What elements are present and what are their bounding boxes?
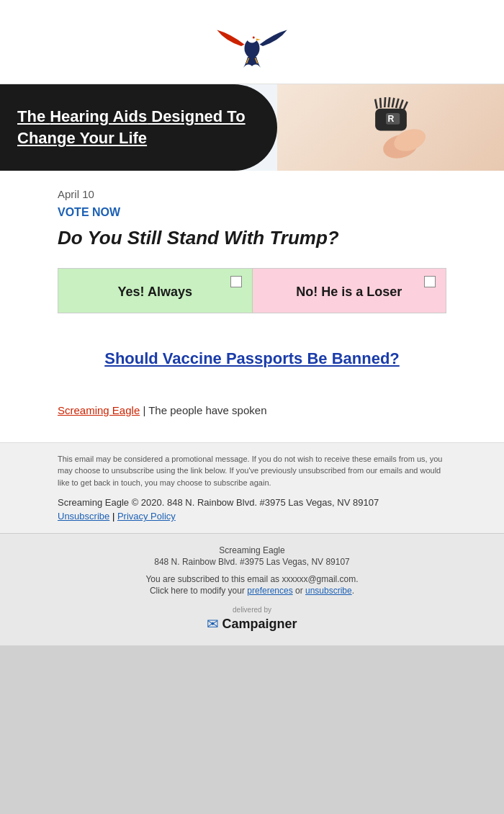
poll-question: Do You Still Stand With Trump? [58, 226, 446, 251]
svg-text:R: R [387, 114, 394, 124]
poll-option-no[interactable]: No! He is a Loser [253, 269, 446, 313]
svg-line-13 [384, 97, 385, 107]
subscribed-text: You are subscribed to this email as xxxx… [145, 574, 358, 584]
bottom-bar-subscribed: You are subscribed to this email as xxxx… [0, 574, 504, 584]
content-area: April 10 VOTE NOW Do You Still Stand Wit… [0, 171, 504, 328]
banner: The Hearing Aids Designed To Change Your… [0, 84, 504, 171]
svg-line-11 [375, 99, 377, 109]
vote-now-label: VOTE NOW [58, 206, 446, 219]
svg-marker-2 [256, 39, 261, 41]
svg-line-14 [388, 97, 390, 107]
footer-brand-link[interactable]: Screaming Eagle [58, 404, 140, 416]
delivered-by-label: delivered by [207, 606, 297, 614]
footer-links: Unsubscribe | Privacy Policy [58, 511, 446, 522]
preferences-link[interactable]: preferences [247, 586, 292, 596]
date-label: April 10 [58, 188, 446, 200]
footer-street-address: 848 N. Rainbow Blvd. #3975 Las Vegas, NV… [167, 497, 379, 508]
privacy-policy-link[interactable]: Privacy Policy [117, 511, 176, 522]
poll-options: Yes! Always No! He is a Loser [58, 268, 446, 313]
bottom-bar-address: 848 N. Rainbow Blvd. #3975 Las Vegas, NV… [0, 557, 504, 567]
footer-company: Screaming Eagle [58, 497, 129, 508]
footer-links-separator: | [112, 511, 117, 522]
poll-option-no-label: No! He is a Loser [260, 285, 439, 300]
poll-checkbox-yes[interactable] [230, 276, 242, 287]
svg-line-16 [396, 99, 399, 108]
period: . [352, 586, 354, 596]
svg-line-18 [403, 102, 407, 109]
campaigner-logo: delivered by ✉ Campaigner [0, 606, 504, 632]
campaigner-envelope-icon: ✉ [207, 615, 219, 632]
banner-headline-pre: The [17, 107, 50, 125]
banner-image-area: R [277, 84, 504, 171]
footer-disclaimer: This email may be considered a promotion… [58, 453, 446, 489]
bottom-bar: Screaming Eagle 848 N. Rainbow Blvd. #39… [0, 533, 504, 645]
svg-line-15 [392, 98, 394, 107]
svg-line-12 [380, 98, 381, 108]
banner-headline-underlined: Hearing Aids [50, 107, 147, 125]
bottom-bar-modify: Click here to modify your preferences or… [0, 586, 504, 596]
modify-text-prefix: Click here to modify your [150, 586, 247, 596]
footer-legal-section: This email may be considered a promotion… [0, 442, 504, 534]
svg-point-3 [253, 37, 255, 39]
hearing-aid-image: R [341, 91, 441, 164]
or-text: or [293, 586, 305, 596]
vaccine-link[interactable]: Should Vaccine Passports Be Banned? [104, 349, 400, 367]
footer-address: Screaming Eagle © 2020. 848 N. Rainbow B… [58, 497, 446, 508]
poll-checkbox-no[interactable] [424, 276, 436, 287]
vaccine-section: Should Vaccine Passports Be Banned? [0, 328, 504, 375]
banner-text-block: The Hearing Aids Designed To Change Your… [0, 84, 277, 171]
campaigner-brand-name: Campaigner [222, 617, 297, 632]
screaming-eagle-logo [209, 13, 295, 71]
email-header [0, 0, 504, 84]
footer-brand-section: Screaming Eagle | The people have spoken [0, 375, 504, 442]
footer-brand-tagline: | The people have spoken [143, 404, 266, 416]
bottom-unsubscribe-link[interactable]: unsubscribe [305, 586, 352, 596]
svg-point-1 [247, 32, 258, 43]
unsubscribe-link[interactable]: Unsubscribe [58, 511, 109, 522]
banner-headline: The Hearing Aids Designed To Change Your… [17, 106, 260, 148]
svg-line-17 [400, 100, 402, 109]
bottom-bar-sender: Screaming Eagle [0, 545, 504, 555]
poll-option-yes[interactable]: Yes! Always [58, 269, 253, 313]
footer-brand-line: Screaming Eagle | The people have spoken [58, 404, 446, 416]
poll-option-yes-label: Yes! Always [66, 285, 245, 300]
footer-copyright: © 2020. [132, 497, 165, 508]
